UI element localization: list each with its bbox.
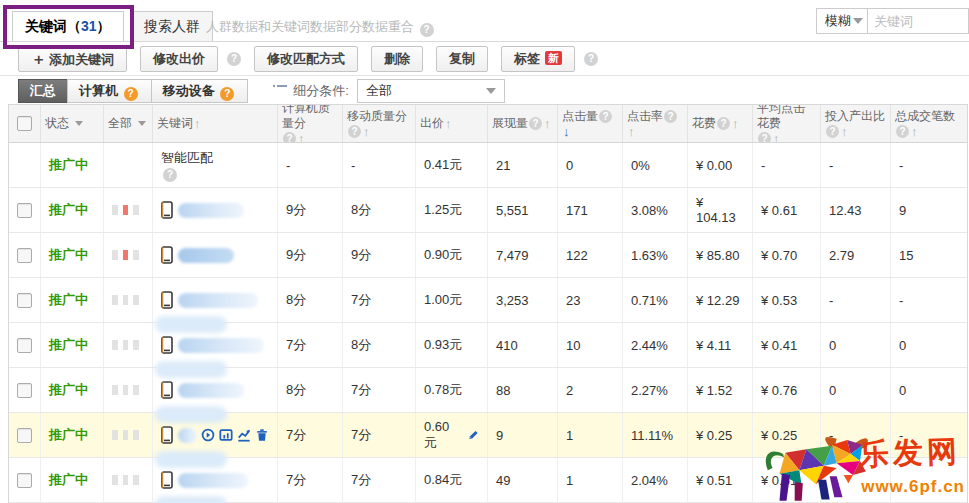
sort-icon[interactable]: ↓ <box>563 124 570 139</box>
help-icon[interactable]: ? <box>163 168 177 182</box>
mobile-quality-cell: 8分 <box>343 188 416 232</box>
indicator-square <box>133 295 139 305</box>
col-header-roi[interactable]: 投入产出比?↑ <box>821 105 891 142</box>
ctr-cell: 2.44% <box>623 323 688 367</box>
edit-bid-icon[interactable] <box>468 428 479 442</box>
button-label: 添加关键词 <box>49 52 114 67</box>
delete-icon[interactable] <box>255 428 269 442</box>
col-header-pc-quality[interactable]: 计算机质量分?↑ <box>278 105 343 142</box>
row-checkbox[interactable] <box>17 383 32 398</box>
add-keyword-button[interactable]: ＋添加关键词 <box>18 46 127 72</box>
sort-icon[interactable]: ↑ <box>194 116 201 131</box>
status-badge: 推广中 <box>49 471 88 489</box>
col-header-bid[interactable]: 出价↑ <box>416 105 488 142</box>
table-row[interactable]: 推广中7分7分0.84元4912.04%¥ 0.51¥ 0.51 <box>9 458 967 503</box>
col-header-orders[interactable]: 总成交笔数?↑ <box>891 105 967 142</box>
status-badge: 推广中 <box>49 336 88 354</box>
analysis-icon[interactable] <box>201 428 215 442</box>
help-icon[interactable]: ? <box>599 110 612 123</box>
row-checkbox[interactable] <box>17 248 32 263</box>
help-icon[interactable]: ? <box>896 125 909 138</box>
sort-icon[interactable]: ↑ <box>911 124 918 139</box>
subdivide-select-value: 全部 <box>366 82 392 100</box>
edit-bid-button[interactable]: 修改出价 <box>140 46 218 72</box>
copy-button[interactable]: 复制 <box>436 46 488 72</box>
sort-icon[interactable]: ↑ <box>628 124 635 139</box>
trend-chart-icon[interactable] <box>237 428 251 442</box>
sort-icon[interactable]: ↑ <box>363 124 370 139</box>
mobile-device-icon <box>161 471 173 489</box>
col-label: 花费 <box>692 116 716 131</box>
help-icon[interactable]: ? <box>283 132 296 142</box>
help-icon[interactable]: ? <box>717 117 730 130</box>
keyword-cell[interactable]: 智能匹配? <box>153 143 278 187</box>
filter-chevron-icon[interactable] <box>138 121 146 130</box>
help-icon[interactable]: ? <box>348 125 361 138</box>
table-row[interactable]: 推广中智能匹配?--0.41元2100%¥ 0.00--- <box>9 143 967 188</box>
edit-match-type-button[interactable]: 修改匹配方式 <box>254 46 358 72</box>
sort-icon[interactable]: ↑ <box>841 124 848 139</box>
orders-cell: - <box>891 143 967 187</box>
help-icon[interactable]: ? <box>124 87 138 101</box>
tab-search-audience[interactable]: 搜索人群 <box>131 11 213 41</box>
help-icon[interactable]: ? <box>220 87 234 101</box>
sort-icon[interactable]: ↑ <box>773 131 780 142</box>
search-input[interactable] <box>868 8 969 34</box>
table-row[interactable]: 推广中8分7分1.00元3,253230.71%¥ 12.29¥ 0.53-- <box>9 278 967 323</box>
help-icon[interactable]: ? <box>420 23 434 37</box>
segment-computer[interactable]: 计算机 ? <box>67 79 152 103</box>
clicks-cell: 122 <box>558 233 623 277</box>
col-header-impressions[interactable]: 展现量?↑ <box>488 105 558 142</box>
tag-button[interactable]: 标签新 <box>501 46 575 72</box>
keyword-cell[interactable] <box>153 278 278 322</box>
col-header-keyword[interactable]: 关键词↑ <box>153 105 278 142</box>
smart-match-label: 智能匹配 <box>161 149 213 166</box>
keyword-cell[interactable] <box>153 233 278 277</box>
col-header-all[interactable]: 全部 <box>104 105 153 142</box>
row-checkbox[interactable] <box>17 203 32 218</box>
sort-icon[interactable]: ↑ <box>732 116 739 131</box>
sort-icon[interactable]: ↑ <box>298 131 305 142</box>
col-header-clicks[interactable]: 点击量?↓ <box>558 105 623 142</box>
col-header-status[interactable]: 状态 <box>41 105 104 142</box>
col-header-select[interactable] <box>9 105 41 142</box>
table-row[interactable]: 推广中7分7分0.60元9111.11%¥ 0.25¥ 0.25-- <box>9 413 967 458</box>
col-header-mobile-quality[interactable]: 移动质量分?↑ <box>343 105 416 142</box>
select-all-checkbox[interactable] <box>17 116 32 131</box>
row-checkbox[interactable] <box>17 293 32 308</box>
help-icon[interactable]: ? <box>584 52 598 66</box>
table-row[interactable]: 推广中9分8分1.25元5,5511713.08%¥ 104.13¥ 0.611… <box>9 188 967 233</box>
blurred-keyword <box>178 248 234 263</box>
subdivide-select[interactable]: 全部 <box>357 79 505 103</box>
col-label: 计算机质量分 <box>282 105 338 131</box>
col-header-cost[interactable]: 花费?↑ <box>688 105 753 142</box>
tab-keywords[interactable]: 关键词（31） <box>12 11 124 41</box>
indicator-square <box>133 430 139 440</box>
filter-chevron-icon[interactable] <box>75 121 83 130</box>
roi-cell: 12.43 <box>821 188 891 232</box>
button-label: 复制 <box>449 51 475 66</box>
help-icon[interactable]: ? <box>664 110 677 123</box>
fuzzy-mode-dropdown[interactable]: 模糊 <box>816 8 868 34</box>
row-checkbox[interactable] <box>17 473 32 488</box>
segment-summary[interactable]: 汇总 <box>18 79 68 103</box>
help-icon[interactable]: ? <box>529 117 542 130</box>
help-icon[interactable]: ? <box>758 132 771 142</box>
col-header-ppc[interactable]: 平均点击花费?↑ <box>753 105 821 142</box>
delete-button[interactable]: 删除 <box>371 46 423 72</box>
row-checkbox[interactable] <box>17 338 32 353</box>
segment-mobile[interactable]: 移动设备 ? <box>151 79 249 103</box>
help-icon[interactable]: ? <box>826 125 839 138</box>
col-header-ctr[interactable]: 点击率?↑ <box>623 105 688 142</box>
bar-chart-icon[interactable] <box>219 428 233 442</box>
table-row[interactable]: 推广中9分9分0.90元7,4791221.63%¥ 85.80¥ 0.702.… <box>9 233 967 278</box>
table-row[interactable]: 推广中8分7分0.78元8822.27%¥ 1.52¥ 0.7600 <box>9 368 967 413</box>
table-row[interactable]: 推广中7分8分0.93元410102.44%¥ 4.11¥ 0.4100 <box>9 323 967 368</box>
help-icon[interactable]: ? <box>227 52 241 66</box>
sort-icon[interactable]: ↑ <box>544 116 551 131</box>
sort-icon[interactable]: ↑ <box>445 116 452 131</box>
ppc-cell: ¥ 0.61 <box>753 188 821 232</box>
row-checkbox[interactable] <box>17 428 32 443</box>
keyword-cell[interactable] <box>153 188 278 232</box>
indicator-square <box>133 385 139 395</box>
